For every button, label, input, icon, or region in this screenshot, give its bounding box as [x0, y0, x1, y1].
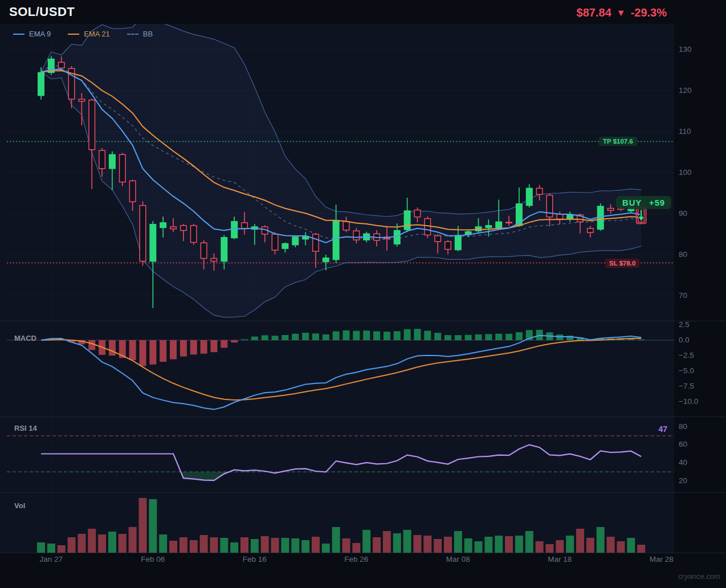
axis-label: 90: [679, 209, 687, 218]
volume-bar: [47, 544, 55, 553]
volume-bar: [342, 538, 350, 553]
candle-body: [445, 242, 451, 250]
candle-wick: [81, 93, 83, 125]
buy-signal-action: BUY: [622, 198, 642, 207]
axis-label: Feb 26: [344, 555, 368, 564]
candle-body: [191, 226, 197, 242]
volume-bar: [129, 527, 137, 553]
macd-histogram-bar: [495, 334, 502, 340]
trade-signal-marker: [637, 207, 646, 224]
macd-histogram-bar: [394, 331, 401, 340]
macd-histogram-bar: [343, 330, 350, 340]
volume-bar: [190, 540, 198, 553]
volume-bar: [301, 540, 309, 553]
axis-label: Mar 18: [548, 555, 572, 564]
macd-histogram-bar: [109, 340, 116, 356]
candle-body: [343, 222, 349, 230]
volume-bar: [536, 541, 544, 553]
macd-histogram-bar: [638, 340, 645, 340]
candle-wick: [508, 216, 509, 226]
macd-histogram-bar: [149, 340, 156, 365]
take-profit-label[interactable]: TP $107.6: [599, 137, 637, 146]
volume-bar: [495, 536, 503, 553]
volume-bar: [220, 538, 228, 553]
chart-canvas[interactable]: 1301201101009080702.50.0−2.5−5.0−7.5−10.…: [0, 0, 726, 588]
volume-bar: [68, 537, 76, 553]
volume-bar: [98, 534, 106, 553]
axis-label: 80: [679, 250, 687, 259]
volume-bar: [393, 533, 401, 553]
candle-body: [149, 224, 156, 262]
macd-histogram-bar: [170, 340, 177, 360]
volume-bar: [586, 538, 594, 553]
macd-histogram-bar: [251, 337, 258, 340]
volume-bar: [423, 536, 431, 553]
macd-histogram-bar: [353, 331, 360, 340]
axis-label: 0.0: [679, 336, 690, 344]
volume-bar: [434, 539, 442, 553]
macd-histogram-bar: [241, 339, 248, 340]
volume-bar: [108, 532, 116, 553]
legend-item-bb[interactable]: BB: [127, 30, 153, 38]
volume-bar: [139, 498, 147, 553]
candle-body: [323, 258, 329, 262]
volume-bar: [180, 537, 187, 553]
candle-body: [404, 210, 411, 230]
axis-label: −5.0: [679, 366, 694, 375]
axis-label: 20: [679, 476, 687, 485]
candle-body: [588, 228, 594, 232]
macd-histogram-bar: [292, 334, 299, 340]
macd-histogram-bar: [282, 335, 288, 340]
volume-bar: [403, 530, 411, 553]
volume-bar: [230, 542, 238, 553]
macd-histogram-bar: [444, 335, 451, 340]
volume-bar: [464, 538, 472, 553]
macd-histogram-bar: [210, 340, 217, 352]
candle-body: [211, 259, 217, 262]
volume-bar: [454, 531, 462, 553]
stop-loss-label[interactable]: SL $78.0: [605, 259, 639, 268]
bb-swatch-icon: [127, 34, 138, 35]
candle-body: [38, 72, 44, 96]
symbol-title: SOL/USDT: [9, 5, 75, 19]
legend-item-ema9[interactable]: EMA 9: [13, 30, 51, 38]
volume-bar: [484, 537, 492, 553]
candle-body: [58, 62, 64, 68]
candle-body: [140, 206, 146, 262]
candle-body: [282, 243, 288, 249]
macd-histogram-bar: [485, 334, 492, 340]
candle-body: [455, 235, 462, 250]
watermark: cryance.com: [678, 572, 720, 581]
axis-label: −7.5: [679, 382, 694, 390]
candle-body: [475, 226, 482, 231]
volume-bar: [332, 527, 340, 553]
macd-histogram-bar: [180, 340, 187, 357]
volume-bar: [546, 544, 554, 553]
axis-label: Mar 08: [446, 555, 470, 564]
macd-histogram-bar: [231, 340, 238, 342]
volume-bar: [169, 541, 177, 553]
candle-body: [435, 236, 441, 242]
candle-body: [495, 222, 502, 228]
macd-pane-label: MACD: [14, 334, 36, 342]
legend-item-ema21[interactable]: EMA 21: [68, 30, 110, 38]
volume-bar: [210, 537, 218, 553]
volume-bar: [505, 536, 513, 553]
candle-body: [333, 220, 340, 260]
candle-body: [272, 234, 278, 250]
volume-bar: [271, 538, 279, 553]
volume-bar: [444, 537, 452, 553]
axis-label: Feb 06: [141, 555, 165, 564]
candle-body: [120, 154, 126, 182]
vol-pane-label: Vol: [14, 501, 25, 510]
candle-body: [181, 226, 187, 231]
macd-histogram-bar: [424, 331, 431, 340]
volume-bar: [251, 539, 259, 553]
volume-bar: [362, 530, 370, 553]
axis-label: 100: [679, 168, 692, 177]
candle-body: [292, 236, 299, 245]
macd-histogram-bar: [140, 340, 146, 366]
volume-bar: [200, 535, 208, 553]
volume-bar: [119, 534, 127, 553]
indicator-legend: EMA 9 EMA 21 BB: [13, 30, 153, 38]
